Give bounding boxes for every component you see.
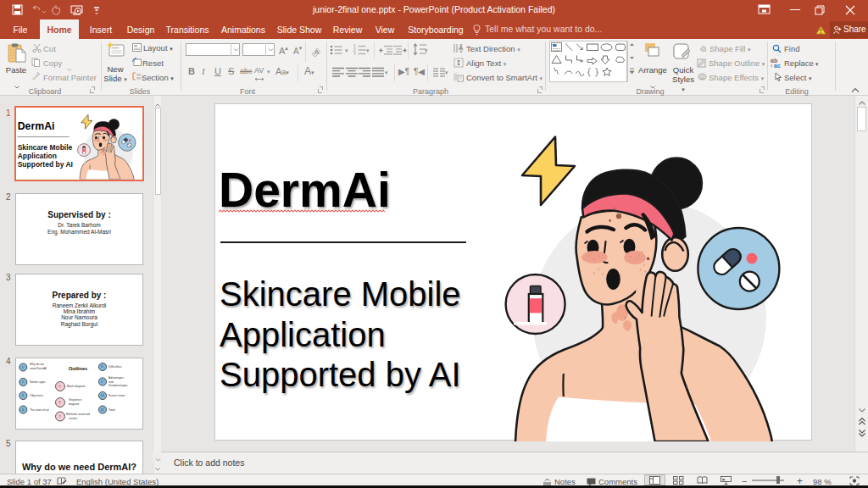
svg-text:3: 3 <box>22 394 24 397</box>
svg-text:Why do we: Why do we <box>30 363 44 366</box>
svg-text:Tools: Tools <box>108 408 115 412</box>
svg-text:11: 11 <box>101 408 104 412</box>
svg-text:Similar apps: Similar apps <box>30 380 46 384</box>
svg-text:A: A <box>314 48 320 56</box>
svg-text:The state of art: The state of art <box>30 408 49 412</box>
svg-text:Sequence: Sequence <box>69 398 81 402</box>
svg-text:3: 3 <box>353 53 356 56</box>
svg-text:Objectives: Objectives <box>30 394 43 397</box>
svg-text:and: and <box>108 380 114 384</box>
svg-text:Disadvantages: Disadvantages <box>108 384 128 387</box>
svg-text:1: 1 <box>22 366 24 369</box>
svg-text:Outlines: Outlines <box>69 366 87 371</box>
svg-text:9: 9 <box>102 380 103 384</box>
svg-text:10: 10 <box>101 394 104 397</box>
svg-text:8: 8 <box>102 365 103 369</box>
svg-text:Difficulties: Difficulties <box>108 365 122 369</box>
svg-text:6: 6 <box>59 401 61 404</box>
svg-text:ac: ac <box>774 63 781 68</box>
svg-text:Advantages: Advantages <box>108 376 124 380</box>
svg-text:Future vision: Future vision <box>108 394 125 397</box>
svg-text:2: 2 <box>22 380 24 384</box>
svg-text:results: results <box>69 417 77 420</box>
svg-text:Methods used and: Methods used and <box>66 413 90 416</box>
svg-text:5: 5 <box>59 385 61 388</box>
svg-text:Block diagram: Block diagram <box>67 385 86 388</box>
svg-text:4: 4 <box>22 408 24 412</box>
svg-text:diagram: diagram <box>69 402 79 406</box>
svg-text:need DermAI: need DermAI <box>30 367 47 370</box>
svg-text:7: 7 <box>59 415 61 419</box>
